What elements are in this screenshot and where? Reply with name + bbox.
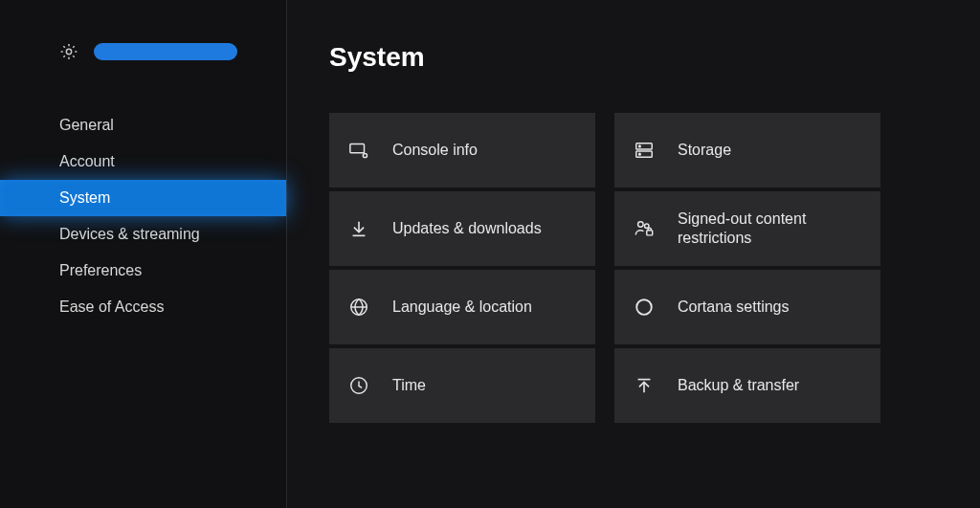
sidebar-header [0,42,286,61]
tile-label: Language & location [392,298,532,317]
header-pill [94,43,237,60]
sidebar-item-ease-of-access[interactable]: Ease of Access [0,289,286,325]
svg-point-5 [639,145,641,147]
download-icon [348,218,369,239]
tile-signed-out-restrictions[interactable]: Signed-out content restrictions [614,191,880,266]
sidebar: General Account System Devices & streami… [0,0,287,508]
sidebar-item-label: General [59,117,114,133]
tile-label: Storage [678,141,731,160]
tile-label: Signed-out content restrictions [678,210,880,248]
settings-app: General Account System Devices & streami… [0,0,980,508]
sidebar-item-general[interactable]: General [0,107,286,144]
tile-time[interactable]: Time [329,348,595,423]
gear-icon [59,42,78,61]
sidebar-item-label: Devices & streaming [59,226,200,242]
tile-label: Updates & downloads [392,219,542,238]
main-content: System Console info [287,0,980,508]
tile-language-location[interactable]: Language & location [329,270,595,344]
svg-point-6 [639,153,641,155]
svg-rect-1 [350,144,365,153]
svg-rect-9 [647,231,653,235]
sidebar-item-account[interactable]: Account [0,144,286,180]
sidebar-item-label: Account [59,153,115,169]
tile-backup-transfer[interactable]: Backup & transfer [614,348,880,423]
sidebar-nav: General Account System Devices & streami… [0,107,286,325]
tile-updates-downloads[interactable]: Updates & downloads [329,191,595,266]
sidebar-item-label: Preferences [59,262,142,278]
tile-console-info[interactable]: Console info [329,113,595,188]
upload-icon [634,375,655,396]
svg-point-11 [636,299,652,315]
svg-point-7 [638,222,644,228]
tile-label: Console info [392,141,478,160]
svg-point-8 [645,224,649,228]
settings-tiles: Console info Storage [329,113,953,423]
globe-icon [348,297,369,318]
page-title: System [329,42,953,73]
tile-cortana-settings[interactable]: Cortana settings [614,270,880,344]
tile-label: Time [392,376,426,395]
sidebar-item-preferences[interactable]: Preferences [0,253,286,289]
person-lock-icon [634,218,655,239]
clock-icon [348,375,369,396]
sidebar-item-devices-streaming[interactable]: Devices & streaming [0,216,286,253]
sidebar-item-system[interactable]: System [0,180,286,216]
tile-label: Cortana settings [678,298,790,317]
sidebar-item-label: System [59,189,110,206]
tile-label: Backup & transfer [678,376,799,395]
svg-point-2 [363,153,367,157]
storage-icon [634,140,655,161]
svg-point-0 [66,49,71,54]
sidebar-item-label: Ease of Access [59,298,164,315]
console-icon [348,140,369,161]
circle-icon [634,297,655,318]
tile-storage[interactable]: Storage [614,113,880,188]
